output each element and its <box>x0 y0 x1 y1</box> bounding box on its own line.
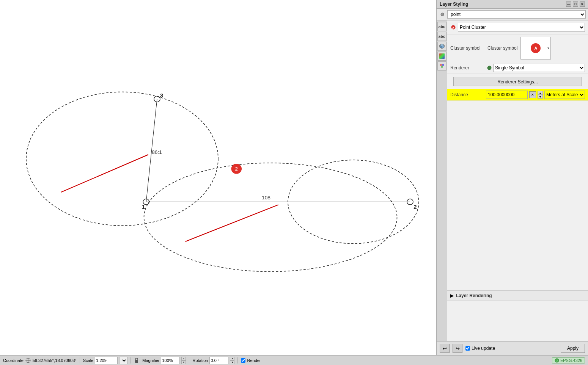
renderer-type-row: A Point Cluster <box>447 20 588 34</box>
svg-text:A: A <box>452 26 454 30</box>
live-update-checkbox[interactable] <box>465 346 470 351</box>
single-symbol-icon <box>487 65 492 70</box>
rotation-area: Rotation ▲ ▼ <box>192 357 234 364</box>
renderer-settings-row: Renderer Settings... <box>447 74 588 89</box>
scale-area: Scale <box>83 357 128 364</box>
layer-rendering-header[interactable]: ▶ Layer Rendering <box>447 290 588 301</box>
rotation-spin-down[interactable]: ▼ <box>230 360 234 364</box>
distance-input[interactable] <box>486 91 528 99</box>
map-canvas[interactable]: 2 1 2 3 108 86:1 <box>0 0 436 355</box>
svg-rect-33 <box>135 360 138 363</box>
rotation-spinner: ▲ ▼ <box>230 357 234 364</box>
maximize-btn[interactable]: □ <box>573 2 578 7</box>
distance-unit-select[interactable]: Meters at Scale <box>544 91 585 99</box>
sep1 <box>80 357 80 363</box>
layer-select[interactable]: point <box>447 10 586 19</box>
magnifier-spinner: ▲ ▼ <box>181 357 186 364</box>
epsg-value: EPSG:4326 <box>560 358 582 363</box>
svg-text:86:1: 86:1 <box>152 149 162 155</box>
renderer-type-select[interactable]: Point Cluster <box>458 23 585 32</box>
coordinate-icon <box>25 357 31 363</box>
map-svg: 2 1 2 3 108 86:1 <box>0 0 436 355</box>
layer-rendering-expand-icon: ▶ <box>450 293 454 298</box>
cluster-symbol-circle: A <box>531 43 541 53</box>
point-cluster-icon: A <box>450 24 456 30</box>
layer-selector-row: point <box>437 9 588 20</box>
sep3 <box>189 357 189 363</box>
svg-text:3: 3 <box>160 92 163 99</box>
svg-text:108: 108 <box>262 195 270 201</box>
side-icon-bar: abc abc <box>437 20 447 341</box>
svg-rect-0 <box>0 0 436 355</box>
scale-select[interactable] <box>119 357 127 364</box>
redo-btn[interactable]: ↪ <box>453 344 462 353</box>
lock-area <box>134 358 139 363</box>
minimize-btn[interactable]: — <box>566 2 571 7</box>
svg-point-26 <box>441 66 443 68</box>
panel-spacer <box>447 101 588 290</box>
distance-clear-btn[interactable]: ✕ <box>529 91 536 98</box>
cluster-symbol-dropdown: ▼ <box>547 47 550 50</box>
render-area: Render <box>241 358 261 363</box>
abc-icon-2[interactable]: abc <box>437 32 447 41</box>
epsg-icon: ✓ <box>555 358 559 363</box>
coordinate-area: Coordinate 59.327655°,18.070603° <box>3 357 77 363</box>
svg-text:✓: ✓ <box>556 360 558 362</box>
magnifier-label: Magnifier <box>142 358 159 363</box>
live-update-label: Live update <box>472 346 495 351</box>
panel-bottom: ↩ ↪ Live update Apply <box>437 341 588 355</box>
panel-header-controls: — □ ✕ <box>566 2 585 7</box>
apply-btn[interactable]: Apply <box>561 344 585 353</box>
abc-icon-1[interactable]: abc <box>437 22 447 31</box>
layer-type-icon <box>439 11 446 18</box>
magnifier-area: Magnifier ▲ ▼ <box>142 357 186 364</box>
svg-text:2: 2 <box>413 204 417 210</box>
renderer-section-row: Renderer Single Symbol <box>447 62 588 74</box>
undo-btn[interactable]: ↩ <box>440 344 450 353</box>
scale-input[interactable] <box>95 357 118 364</box>
renderer-settings-btn[interactable]: Renderer Settings... <box>453 77 582 86</box>
svg-point-25 <box>442 64 444 66</box>
renderer-value-select[interactable]: Single Symbol <box>493 64 585 72</box>
svg-point-18 <box>441 13 444 16</box>
svg-text:1: 1 <box>142 204 145 210</box>
svg-text:2: 2 <box>235 166 238 172</box>
epsg-badge[interactable]: ✓ EPSG:4326 <box>552 357 585 363</box>
layer-rendering-label: Layer Rendering <box>456 293 492 298</box>
svg-point-24 <box>440 64 442 66</box>
coordinate-label: Coordinate <box>3 358 24 363</box>
sep2 <box>130 357 131 363</box>
rotation-spin-up[interactable]: ▲ <box>230 357 234 360</box>
coordinate-value: 59.327655°,18.070603° <box>33 358 77 363</box>
gradient-icon[interactable] <box>437 52 447 61</box>
render-label: Render <box>247 358 261 363</box>
distance-row: Distance ✕ ▲ ▼ Meters at Scale <box>447 89 588 101</box>
renderer-label: Renderer <box>450 65 484 70</box>
render-checkbox[interactable] <box>241 358 245 363</box>
magnifier-spin-up[interactable]: ▲ <box>181 357 186 360</box>
close-btn[interactable]: ✕ <box>580 2 585 7</box>
magnifier-input[interactable] <box>161 357 180 364</box>
lock-icon <box>134 358 139 363</box>
distance-spin-down[interactable]: ▼ <box>538 95 543 99</box>
cluster-symbol-text: Cluster symbol <box>487 45 517 51</box>
distance-spin-up[interactable]: ▲ <box>538 91 543 95</box>
magnifier-spin-down[interactable]: ▼ <box>181 360 186 364</box>
distance-spinner: ▲ ▼ <box>538 91 543 99</box>
blend-icon[interactable] <box>437 61 447 70</box>
cluster-symbol-row: Cluster symbol Cluster symbol A ▼ <box>447 34 588 62</box>
scale-label: Scale <box>83 358 94 363</box>
panel-content: abc abc <box>437 20 588 341</box>
rotation-input[interactable] <box>209 357 228 364</box>
panel-header: Layer Styling — □ ✕ <box>437 0 588 9</box>
live-update-area: Live update <box>465 346 558 351</box>
panel-title: Layer Styling <box>440 2 468 7</box>
rotation-label: Rotation <box>192 358 208 363</box>
3d-view-icon[interactable] <box>437 42 447 51</box>
svg-point-29 <box>487 66 491 70</box>
layer-styling-panel: Layer Styling — □ ✕ point ab <box>436 0 588 355</box>
cluster-symbol-label: Cluster symbol <box>450 45 484 51</box>
cluster-symbol-preview[interactable]: A ▼ <box>520 37 551 60</box>
status-bar: Coordinate 59.327655°,18.070603° Scale M… <box>0 355 588 365</box>
svg-rect-23 <box>439 53 445 59</box>
